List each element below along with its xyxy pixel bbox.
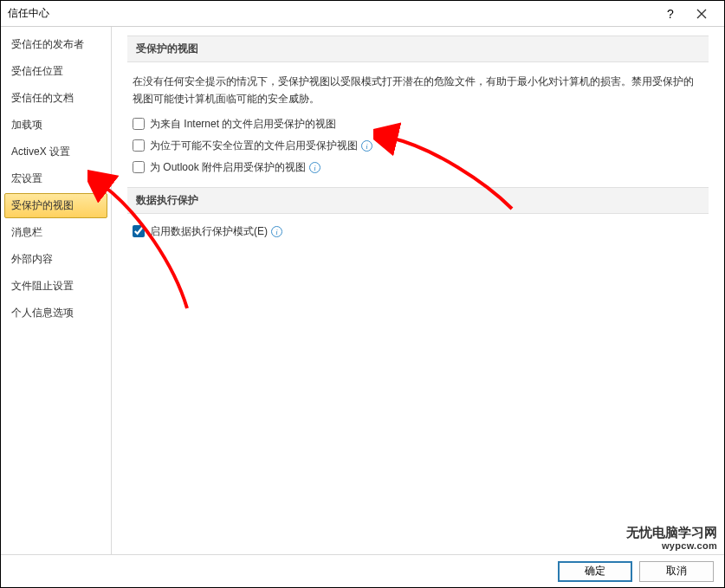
checkbox-dep-label: 启用数据执行保护模式(E) — [150, 224, 268, 239]
content-pane: 受保护的视图 在没有任何安全提示的情况下，受保护视图以受限模式打开潜在的危险文件… — [112, 27, 724, 554]
check-row-dep: 启用数据执行保护模式(E) i — [133, 224, 703, 239]
sidebar-item-privacy[interactable]: 个人信息选项 — [4, 300, 107, 326]
checkbox-outlook-attachments[interactable] — [133, 161, 145, 173]
sidebar-item-message-bar[interactable]: 消息栏 — [4, 220, 107, 245]
close-button[interactable] — [686, 2, 717, 26]
check-row-outlook-attachments: 为 Outlook 附件启用受保护的视图 i — [133, 160, 703, 175]
sidebar-item-external-content[interactable]: 外部内容 — [4, 247, 107, 272]
checkbox-unsafe-location-label: 为位于可能不安全位置的文件启用受保护视图 — [150, 139, 358, 153]
sidebar-item-trusted-locations[interactable]: 受信任位置 — [4, 59, 107, 84]
protected-view-description: 在没有任何安全提示的情况下，受保护视图以受限模式打开潜在的危险文件，有助于最小化… — [133, 73, 703, 108]
checkbox-outlook-attachments-label: 为 Outlook 附件启用受保护的视图 — [150, 160, 306, 175]
sidebar-item-trusted-publishers[interactable]: 受信任的发布者 — [4, 32, 107, 57]
cancel-button[interactable]: 取消 — [639, 561, 714, 582]
sidebar-item-activex[interactable]: ActiveX 设置 — [4, 139, 107, 165]
sidebar: 受信任的发布者 受信任位置 受信任的文档 加载项 ActiveX 设置 宏设置 … — [1, 27, 112, 554]
dialog-footer: 确定 取消 — [1, 554, 724, 587]
titlebar: 信任中心 ? — [1, 1, 724, 27]
info-icon[interactable]: i — [309, 162, 320, 173]
sidebar-item-macro[interactable]: 宏设置 — [4, 166, 107, 191]
sidebar-item-protected-view[interactable]: 受保护的视图 — [4, 193, 107, 218]
check-row-unsafe-location: 为位于可能不安全位置的文件启用受保护视图 i — [133, 139, 703, 153]
checkbox-unsafe-location[interactable] — [133, 139, 145, 152]
sidebar-item-file-block[interactable]: 文件阻止设置 — [4, 274, 107, 299]
ok-button[interactable]: 确定 — [558, 561, 632, 582]
sidebar-item-trusted-documents[interactable]: 受信任的文档 — [4, 86, 107, 111]
checkbox-internet-files[interactable] — [133, 118, 145, 130]
trust-center-dialog: 信任中心 ? 受信任的发布者 受信任位置 受信任的文档 加载项 ActiveX … — [0, 0, 725, 588]
help-button[interactable]: ? — [655, 2, 686, 26]
section-protected-view-header: 受保护的视图 — [127, 36, 709, 62]
sidebar-item-addins[interactable]: 加载项 — [4, 113, 107, 138]
section-dep-header: 数据执行保护 — [127, 187, 709, 214]
info-icon[interactable]: i — [361, 140, 372, 152]
checkbox-internet-files-label: 为来自 Internet 的文件启用受保护的视图 — [150, 117, 336, 132]
close-icon — [696, 9, 707, 19]
check-row-internet: 为来自 Internet 的文件启用受保护的视图 — [133, 117, 703, 132]
dialog-title: 信任中心 — [8, 6, 655, 21]
info-icon[interactable]: i — [271, 226, 282, 237]
checkbox-dep[interactable] — [133, 225, 145, 237]
